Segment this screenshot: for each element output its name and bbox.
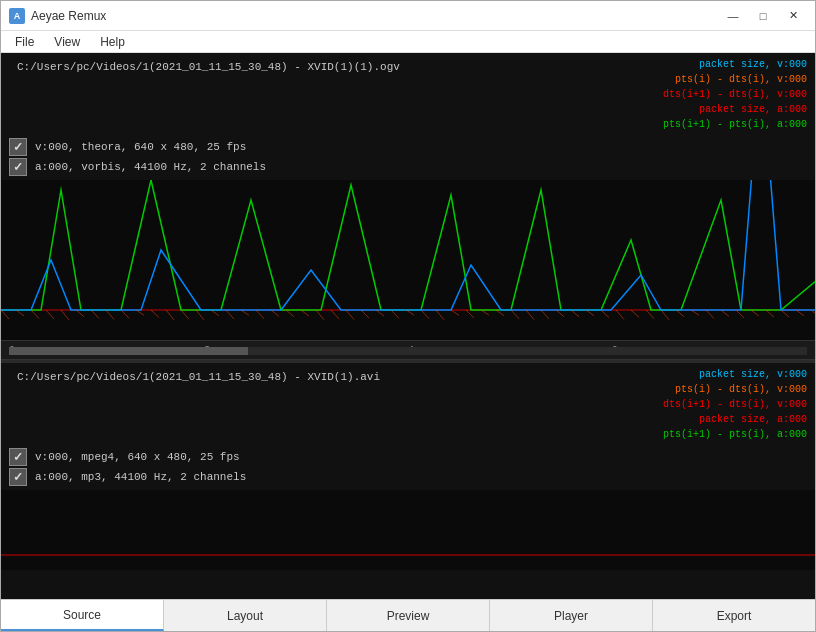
audio-stream-1-checkbox[interactable]: ✓ <box>9 158 27 176</box>
panel1-header: C:/Users/pc/Videos/1(2021_01_11_15_30_48… <box>1 53 815 134</box>
legend-a-packet-size: packet size, a:000 <box>663 102 807 117</box>
tab-export[interactable]: Export <box>653 600 815 631</box>
panel1-legend: packet size, v:000 pts(i) - dts(i), v:00… <box>663 57 807 132</box>
menu-view[interactable]: View <box>44 33 90 51</box>
legend2-v-pts-dts: pts(i) - dts(i), v:000 <box>663 382 807 397</box>
panel2-filepath: C:/Users/pc/Videos/1(2021_01_11_15_30_48… <box>9 367 388 383</box>
audio-stream-1-label: a:000, vorbis, 44100 Hz, 2 channels <box>35 161 266 173</box>
minimize-button[interactable]: — <box>719 6 747 26</box>
panel2-streams: ✓ v:000, mpeg4, 640 x 480, 25 fps ✓ a:00… <box>1 444 815 490</box>
chart-canvas-2 <box>1 490 815 570</box>
timeline[interactable]: 0 2 4 6 <box>1 340 815 360</box>
title-bar: A Aeyae Remux — □ ✕ <box>1 1 815 31</box>
audio-stream-2-label: a:000, mp3, 44100 Hz, 2 channels <box>35 471 246 483</box>
legend-a-pts-pts: pts(i+1) - pts(i), a:000 <box>663 117 807 132</box>
source-panel-1: C:/Users/pc/Videos/1(2021_01_11_15_30_48… <box>1 53 815 180</box>
panel2-header: C:/Users/pc/Videos/1(2021_01_11_15_30_48… <box>1 363 815 444</box>
timeline-track[interactable] <box>9 347 807 355</box>
tab-player[interactable]: Player <box>490 600 653 631</box>
video-stream-2-label: v:000, mpeg4, 640 x 480, 25 fps <box>35 451 240 463</box>
video-stream-1-label: v:000, theora, 640 x 480, 25 fps <box>35 141 246 153</box>
timeline-progress <box>9 347 248 355</box>
legend-v-dts-dts: dts(i+1) - dts(i), v:000 <box>663 87 807 102</box>
legend2-v-packet-size: packet size, v:000 <box>663 367 807 382</box>
stream-row-video-2: ✓ v:000, mpeg4, 640 x 480, 25 fps <box>9 448 807 466</box>
window-controls: — □ ✕ <box>719 6 807 26</box>
tab-source[interactable]: Source <box>1 600 164 631</box>
video-stream-1-checkbox[interactable]: ✓ <box>9 138 27 156</box>
stream-row-video-1: ✓ v:000, theora, 640 x 480, 25 fps <box>9 138 807 156</box>
stream-row-audio-1: ✓ a:000, vorbis, 44100 Hz, 2 channels <box>9 158 807 176</box>
menu-bar: File View Help <box>1 31 815 53</box>
close-button[interactable]: ✕ <box>779 6 807 26</box>
panel2-legend: packet size, v:000 pts(i) - dts(i), v:00… <box>663 367 807 442</box>
tab-layout[interactable]: Layout <box>164 600 327 631</box>
menu-help[interactable]: Help <box>90 33 135 51</box>
bottom-tab-bar: Source Layout Preview Player Export <box>1 599 815 631</box>
chart-canvas-1 <box>1 180 815 340</box>
app-icon: A <box>9 8 25 24</box>
legend2-v-dts-dts: dts(i+1) - dts(i), v:000 <box>663 397 807 412</box>
panel1-filepath: C:/Users/pc/Videos/1(2021_01_11_15_30_48… <box>9 57 408 73</box>
window-title: Aeyae Remux <box>31 9 719 23</box>
tab-preview[interactable]: Preview <box>327 600 490 631</box>
stream-row-audio-2: ✓ a:000, mp3, 44100 Hz, 2 channels <box>9 468 807 486</box>
legend2-a-pts-pts: pts(i+1) - pts(i), a:000 <box>663 427 807 442</box>
video-stream-2-checkbox[interactable]: ✓ <box>9 448 27 466</box>
chart-area-1: drop files here <box>1 180 815 340</box>
legend-v-packet-size: packet size, v:000 <box>663 57 807 72</box>
chart-area-2 <box>1 490 815 570</box>
legend2-a-packet-size: packet size, a:000 <box>663 412 807 427</box>
main-window: A Aeyae Remux — □ ✕ File View Help C:/Us… <box>0 0 816 632</box>
panel1-streams: ✓ v:000, theora, 640 x 480, 25 fps ✓ a:0… <box>1 134 815 180</box>
audio-stream-2-checkbox[interactable]: ✓ <box>9 468 27 486</box>
main-content: C:/Users/pc/Videos/1(2021_01_11_15_30_48… <box>1 53 815 599</box>
source-panel-2: C:/Users/pc/Videos/1(2021_01_11_15_30_48… <box>1 363 815 599</box>
legend-v-pts-dts: pts(i) - dts(i), v:000 <box>663 72 807 87</box>
menu-file[interactable]: File <box>5 33 44 51</box>
maximize-button[interactable]: □ <box>749 6 777 26</box>
